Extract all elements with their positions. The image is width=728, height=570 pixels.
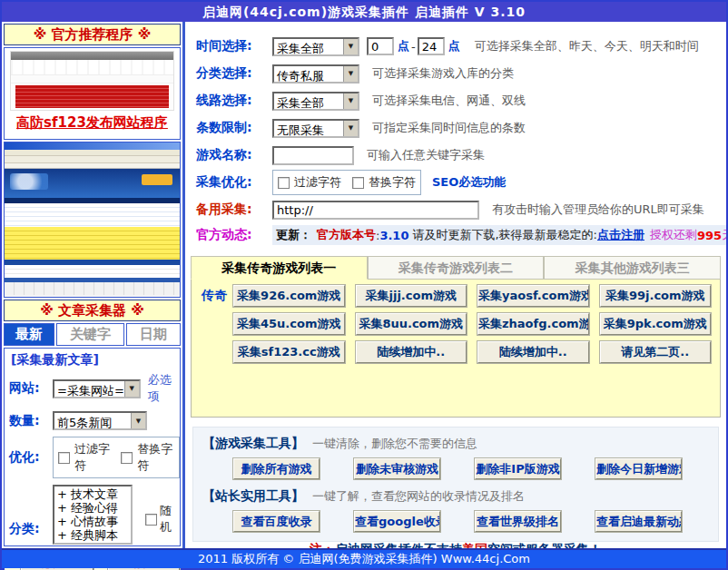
game-collect-button[interactable]: 采集99j.com游戏 xyxy=(600,285,712,307)
range-dash: - xyxy=(411,40,416,54)
filter-chars-label: 过滤字符 xyxy=(294,174,341,191)
delete-today-games-button[interactable]: 删除今日新增游戏 xyxy=(595,458,682,479)
chevron-down-icon[interactable] xyxy=(131,413,145,428)
thumbnail-text-row xyxy=(11,75,173,84)
replace-chars-label: 替换字符 xyxy=(137,441,174,474)
collect-optimize-label: 采集优化: xyxy=(196,174,272,191)
browser-titlebar xyxy=(5,142,180,150)
legend-category-label: 传奇 xyxy=(195,288,233,304)
game-tools-title: 【游戏采集工具】 xyxy=(202,436,304,450)
tab-latest[interactable]: 最新 xyxy=(4,323,54,346)
article-collector-ad[interactable] xyxy=(4,142,181,298)
qidi-news-button[interactable]: 查看启迪最新动态 xyxy=(595,511,682,532)
count-select[interactable]: 前5条新闻 xyxy=(53,411,147,430)
list-item[interactable]: + 心情故事 xyxy=(57,515,128,528)
optimize-label: 优化: xyxy=(9,449,53,466)
collect-settings-form: 时间选择: 采集全部 点 - 点 可选择采集全部、昨天、今天、明天和时间 分类选… xyxy=(185,22,726,247)
site-table-rows xyxy=(5,203,180,227)
filter-chars-checkbox[interactable] xyxy=(278,177,290,189)
game-collect-button[interactable]: 采集9pk.com游戏 xyxy=(600,313,712,335)
site-label: 网站: xyxy=(9,380,53,397)
game-collect-button[interactable]: 陆续增加中.. xyxy=(477,341,589,363)
line-select[interactable]: 采集全部 xyxy=(272,92,359,111)
game-category-value: 传奇私服 xyxy=(274,66,343,82)
to-hour-input[interactable] xyxy=(418,37,445,55)
article-collect-form: [采集最新文章] 网站: =采集网站= 必选项 数量: 前5条新闻 xyxy=(4,348,181,546)
game-tab-2[interactable]: 采集传奇游戏列表二 xyxy=(368,256,545,280)
game-name-input[interactable] xyxy=(272,146,354,165)
required-hint: 必选项 xyxy=(148,372,180,405)
app-title: 启迪网(44cj.com)游戏采集插件 启迪插件 V 3.10 xyxy=(202,5,526,19)
game-collect-button[interactable]: 请见第二页.. xyxy=(600,341,712,363)
auth-days: 995 xyxy=(697,229,722,242)
baidu-index-button[interactable]: 查看百度收录 xyxy=(233,511,320,532)
limit-select[interactable]: 无限采集 xyxy=(272,119,359,138)
limit-label: 条数限制: xyxy=(196,120,272,136)
browser-menubar xyxy=(5,150,180,156)
optimize-box: 过滤字符 替换字符 xyxy=(53,437,180,478)
chevron-down-icon[interactable] xyxy=(343,93,358,109)
tab-date[interactable]: 日期 xyxy=(126,323,181,346)
game-tab-3[interactable]: 采集其他游戏列表三 xyxy=(544,256,721,280)
hour-unit: 点 xyxy=(448,38,460,54)
promo-link[interactable]: 高防sf123发布网站程序 xyxy=(5,114,180,132)
game-collect-button[interactable]: 采集8uu.com游戏 xyxy=(356,313,467,335)
collect-optimize-box: 过滤字符 替换字符 xyxy=(272,170,421,195)
game-collect-button[interactable]: 采集zhaofg.com游戏 xyxy=(477,313,589,335)
game-collect-button[interactable]: 陆续增加中.. xyxy=(356,341,467,363)
game-collect-button[interactable]: 采集sf123.cc游戏 xyxy=(233,341,345,363)
game-collect-button[interactable]: 采集926.com游戏 xyxy=(233,285,345,307)
register-link[interactable]: 点击注册 xyxy=(597,227,644,243)
replace-chars-checkbox[interactable] xyxy=(352,177,364,189)
game-category-select[interactable]: 传奇私服 xyxy=(272,64,359,84)
random-checkbox[interactable] xyxy=(145,514,157,526)
list-item[interactable]: + 经验心得 xyxy=(57,501,128,515)
footer: 2011 版权所有 © 启迪网(免费游戏采集插件) Www.44cj.Com xyxy=(2,548,726,568)
game-tab-1[interactable]: 采集传奇游戏列表一 xyxy=(191,256,368,280)
chevron-down-icon[interactable] xyxy=(343,39,358,54)
hour-unit: 点 xyxy=(398,38,409,54)
browser-toolbar xyxy=(5,156,180,163)
chevron-down-icon[interactable] xyxy=(124,381,139,397)
sidebar: ※ 官方推荐程序 ※ 高防sf123发布网站程序 xyxy=(2,22,185,548)
version-number: 3.10 xyxy=(379,229,408,242)
backup-url-input[interactable] xyxy=(272,201,479,220)
category-listbox[interactable]: + 技术文章 + 经验心得 + 心情故事 + 经典脚本 xyxy=(53,485,133,545)
game-collect-button[interactable]: 采集yaosf.com游戏 xyxy=(477,285,589,307)
tab-keyword[interactable]: 关键字 xyxy=(56,323,124,346)
site-logo xyxy=(10,173,48,190)
promo-site-thumbnail[interactable] xyxy=(10,51,174,111)
main-panel: 时间选择: 采集全部 点 - 点 可选择采集全部、昨天、今天、明天和时间 分类选… xyxy=(185,22,726,548)
list-item[interactable]: + 技术文章 xyxy=(57,487,128,501)
google-index-button[interactable]: 查看google收录 xyxy=(354,511,440,532)
site-link-grid xyxy=(5,282,180,295)
thumbnail-link-rows xyxy=(11,60,173,75)
app-window: 启迪网(44cj.com)游戏采集插件 启迪插件 V 3.10 ※ 官方推荐程序… xyxy=(0,0,728,570)
site-banner xyxy=(142,174,172,185)
filter-chars-checkbox[interactable] xyxy=(58,452,70,464)
random-label: 随机 xyxy=(160,503,180,536)
webmaster-tools-hint: 一键了解，查看您网站的收录情况及排名 xyxy=(312,489,525,503)
delete-non-ip-games-button[interactable]: 删除非IP版游戏 xyxy=(475,458,561,479)
game-list-tabs: 采集传奇游戏列表一 采集传奇游戏列表二 采集其他游戏列表三 xyxy=(191,256,721,280)
time-range-select[interactable]: 采集全部 xyxy=(272,37,359,56)
collector-header: ※ 文章采集器 ※ xyxy=(4,300,181,321)
chevron-down-icon[interactable] xyxy=(343,121,358,136)
list-item[interactable]: + 经典脚本 xyxy=(57,528,128,542)
replace-chars-label: 替换字符 xyxy=(369,174,416,191)
game-collect-button[interactable]: 采集45u.com游戏 xyxy=(233,313,345,335)
site-select[interactable]: =采集网站= xyxy=(53,379,141,398)
chevron-down-icon[interactable] xyxy=(343,66,358,82)
delete-all-games-button[interactable]: 删除所有游戏 xyxy=(233,458,320,479)
time-hint: 可选择采集全部、昨天、今天、明天和时间 xyxy=(475,38,699,54)
world-rank-button[interactable]: 查看世界级排名 xyxy=(475,511,561,532)
replace-chars-checkbox[interactable] xyxy=(121,452,133,464)
delete-unreviewed-games-button[interactable]: 删除未审核游戏 xyxy=(354,458,440,479)
thumbnail-header-band xyxy=(11,52,173,60)
category-label: 分类: xyxy=(9,521,53,537)
from-hour-input[interactable] xyxy=(367,37,394,55)
section-title: [采集最新文章] xyxy=(11,352,180,369)
promo-ad[interactable]: 高防sf123发布网站程序 xyxy=(4,47,181,140)
game-collect-button[interactable]: 采集jjj.com游戏 xyxy=(356,285,467,307)
webmaster-tools-title: 【站长实用工具】 xyxy=(202,488,304,503)
